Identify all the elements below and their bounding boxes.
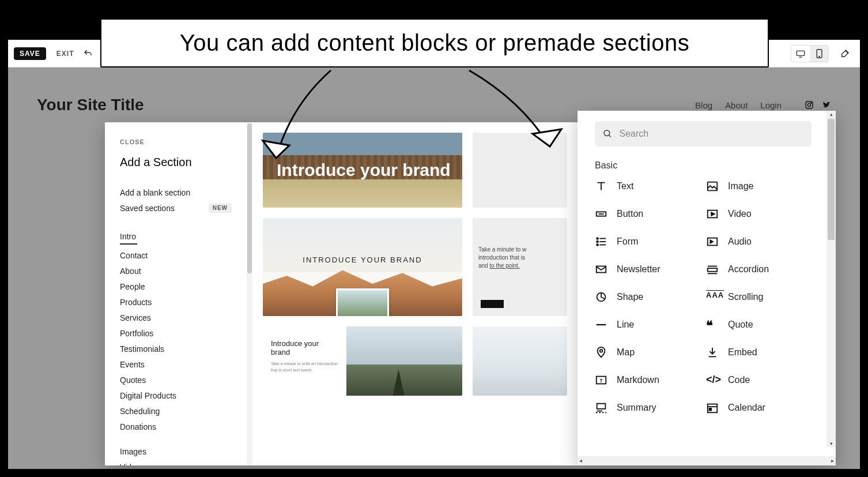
block-label: Audio xyxy=(728,236,752,247)
preview-cta xyxy=(481,300,504,308)
block-scrolling[interactable]: AAAScrolling xyxy=(706,291,812,303)
block-markdown[interactable]: TMarkdown xyxy=(595,374,700,386)
section-category-donations[interactable]: Donations xyxy=(120,419,232,434)
block-label: Calendar xyxy=(728,403,765,413)
nav-link-about[interactable]: About xyxy=(725,100,748,110)
section-category-images[interactable]: Images xyxy=(120,444,232,459)
block-search[interactable] xyxy=(595,121,812,147)
save-button[interactable]: SAVE xyxy=(14,47,46,60)
section-preview-intro-3b[interactable] xyxy=(473,326,567,396)
svg-point-4 xyxy=(818,56,819,57)
page-canvas: Your Site Title Blog About Login CLOSE A… xyxy=(8,67,860,469)
section-category-scheduling[interactable]: Scheduling xyxy=(120,403,232,419)
section-previews: Introduce your brand INTRODUCE YOUR BRAN… xyxy=(252,122,578,465)
section-sidebar-scrollbar[interactable] xyxy=(247,122,252,465)
block-summary[interactable]: Summary xyxy=(595,401,700,414)
block-label: Video xyxy=(728,209,752,219)
svg-point-6 xyxy=(807,103,810,106)
exit-button[interactable]: EXIT xyxy=(56,50,74,58)
instagram-icon[interactable] xyxy=(805,100,814,110)
block-form[interactable]: Form xyxy=(595,235,700,248)
scroll-right-icon[interactable]: ▸ xyxy=(831,457,834,464)
section-category-services[interactable]: Services xyxy=(120,310,232,325)
svg-marker-14 xyxy=(711,212,715,216)
section-category-people[interactable]: People xyxy=(120,279,232,294)
block-label: Scrolling xyxy=(728,292,763,302)
scroll-left-icon[interactable]: ◂ xyxy=(579,457,582,464)
styles-brush-button[interactable] xyxy=(836,46,854,62)
block-search-input[interactable] xyxy=(620,129,803,139)
section-category-events[interactable]: Events xyxy=(120,356,232,372)
scroll-down-icon[interactable]: ▾ xyxy=(828,441,834,446)
block-picker-panel: Basic TextImageButtonVideoFormAudioNewsl… xyxy=(578,111,836,465)
svg-point-19 xyxy=(597,244,598,246)
twitter-icon[interactable] xyxy=(822,100,831,110)
block-label: Newsletter xyxy=(617,264,661,275)
block-button[interactable]: Button xyxy=(595,208,700,220)
block-label: Quote xyxy=(728,320,753,330)
mobile-view-button[interactable] xyxy=(810,46,828,62)
block-calendar[interactable]: Calendar xyxy=(706,401,812,414)
block-newsletter[interactable]: Newsletter xyxy=(595,263,700,276)
section-category-testimonials[interactable]: Testimonials xyxy=(120,341,232,356)
svg-text:T: T xyxy=(599,378,602,384)
block-audio[interactable]: Audio xyxy=(706,235,812,248)
saved-sections-label: Saved sections xyxy=(120,204,175,213)
section-preview-intro-2[interactable]: INTRODUCE YOUR BRAND xyxy=(263,218,462,316)
text-icon xyxy=(595,180,607,193)
scrollbar-thumb[interactable] xyxy=(828,119,835,240)
nav-link-login[interactable]: Login xyxy=(760,100,782,110)
section-picker-panel: CLOSE Add a Section Add a blank section … xyxy=(105,122,578,465)
app-frame: You can add content blocks or premade se… xyxy=(8,8,860,469)
add-blank-label: Add a blank section xyxy=(120,188,190,197)
block-text[interactable]: Text xyxy=(595,180,700,193)
section-preview-intro-1b[interactable] xyxy=(473,133,567,208)
section-preview-intro-1[interactable]: Introduce your brand xyxy=(263,133,462,208)
section-category-products[interactable]: Products xyxy=(120,294,232,310)
section-category-portfolios[interactable]: Portfolios xyxy=(120,325,232,341)
block-quote[interactable]: ❝Quote xyxy=(706,318,812,331)
svg-rect-25 xyxy=(708,268,718,272)
block-code[interactable]: </>Code xyxy=(706,374,812,386)
block-embed[interactable]: Embed xyxy=(706,346,812,359)
block-accordion[interactable]: Accordion xyxy=(706,263,812,276)
block-label: Button xyxy=(617,209,643,219)
newsletter-icon xyxy=(595,263,607,276)
section-preview-intro-3[interactable]: Introduce your brand Take a minute to wr… xyxy=(263,326,462,396)
quote-icon: ❝ xyxy=(706,318,719,331)
scrollbar-thumb[interactable] xyxy=(247,123,252,273)
nav-link-blog[interactable]: Blog xyxy=(695,100,712,110)
section-category-about[interactable]: About xyxy=(120,263,232,279)
block-label: Code xyxy=(728,375,750,385)
site-nav: Blog About Login xyxy=(695,100,831,110)
section-category-quotes[interactable]: Quotes xyxy=(120,372,232,388)
block-video[interactable]: Video xyxy=(706,208,812,220)
search-icon xyxy=(603,129,613,139)
block-label: Embed xyxy=(728,347,757,358)
scroll-up-icon[interactable]: ▴ xyxy=(828,111,834,117)
image-icon xyxy=(706,180,719,193)
block-map[interactable]: Map xyxy=(595,346,700,359)
block-label: Form xyxy=(617,236,638,247)
close-button[interactable]: CLOSE xyxy=(120,138,232,145)
block-shape[interactable]: Shape xyxy=(595,291,700,303)
section-category-list: IntroContactAboutPeopleProductsServicesP… xyxy=(120,228,232,434)
desktop-view-button[interactable] xyxy=(791,46,810,62)
section-preview-intro-2b[interactable]: Take a minute to w introduction that is … xyxy=(473,218,567,316)
saved-sections[interactable]: Saved sections NEW xyxy=(120,200,232,216)
section-category-list-media: ImagesVideosMenus xyxy=(120,444,232,465)
site-title[interactable]: Your Site Title xyxy=(37,96,144,114)
section-picker-title: Add a Section xyxy=(120,156,232,169)
block-image[interactable]: Image xyxy=(706,180,812,193)
add-blank-section[interactable]: Add a blank section xyxy=(120,185,232,200)
map-icon xyxy=(595,346,607,359)
undo-icon[interactable] xyxy=(83,48,93,59)
block-panel-vscrollbar[interactable]: ▴ ▾ xyxy=(827,111,836,447)
section-category-contact[interactable]: Contact xyxy=(120,247,232,263)
section-category-videos[interactable]: Videos xyxy=(120,459,232,465)
preview-title: Introduce your brand xyxy=(271,339,338,356)
section-category-intro[interactable]: Intro xyxy=(120,228,232,247)
block-line[interactable]: Line xyxy=(595,318,700,331)
block-panel-hscrollbar[interactable]: ◂ ▸ xyxy=(578,456,836,465)
section-category-digital-products[interactable]: Digital Products xyxy=(120,388,232,403)
